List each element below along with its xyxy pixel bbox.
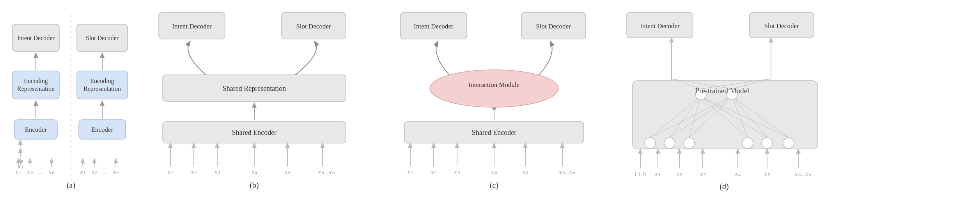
svg-text:x₃: x₃ xyxy=(699,170,706,178)
svg-text:...: ... xyxy=(37,168,42,176)
svg-text:Intent Decoder: Intent Decoder xyxy=(17,35,55,41)
svg-text:Encoding: Encoding xyxy=(24,78,48,85)
svg-marker-40 xyxy=(100,52,105,58)
svg-marker-12 xyxy=(18,139,23,145)
svg-marker-35 xyxy=(100,100,105,106)
svg-text:Intent Decoder: Intent Decoder xyxy=(172,23,212,30)
svg-text:Interaction Module: Interaction Module xyxy=(468,81,519,88)
svg-text:x₆...xₙ: x₆...xₙ xyxy=(558,168,575,176)
svg-text:x₅: x₅ xyxy=(764,170,770,178)
svg-rect-36 xyxy=(77,71,128,99)
svg-marker-57 xyxy=(252,102,257,108)
diagram-b: Shared Encoder Shared Representation xyxy=(131,7,377,194)
svg-text:(d): (d) xyxy=(719,182,728,191)
svg-text:Encoding: Encoding xyxy=(90,78,114,85)
svg-text:xₙ: xₙ xyxy=(48,168,54,176)
svg-text:x₆...xₙ: x₆...xₙ xyxy=(794,170,811,178)
svg-text:Shared Encoder: Shared Encoder xyxy=(232,129,276,136)
svg-text:CLS: CLS xyxy=(634,171,646,177)
svg-text:x₁: x₁ xyxy=(15,168,21,176)
main-container: Encoder Encoding Representation Intent D… xyxy=(3,3,978,198)
svg-text:xₙ: xₙ xyxy=(112,168,119,176)
svg-text:...: ... xyxy=(103,168,108,176)
svg-text:x₅: x₅ xyxy=(284,168,291,176)
svg-text:Slot Decoder: Slot Decoder xyxy=(764,22,799,30)
svg-text:x₅: x₅ xyxy=(522,168,528,176)
svg-text:Slot Decoder: Slot Decoder xyxy=(536,23,571,30)
svg-point-87 xyxy=(430,70,558,107)
svg-text:Intent Decoder: Intent Decoder xyxy=(414,23,454,30)
svg-text:Encoder: Encoder xyxy=(25,126,47,133)
svg-text:Shared Representation: Shared Representation xyxy=(222,85,285,92)
svg-text:x₂: x₂ xyxy=(91,168,97,176)
svg-text:x₂: x₂ xyxy=(676,170,682,178)
svg-text:Shared Encoder: Shared Encoder xyxy=(471,129,516,136)
svg-marker-8 xyxy=(34,52,38,58)
svg-text:(a): (a) xyxy=(66,181,75,190)
svg-text:x₁: x₁ xyxy=(167,168,173,176)
svg-text:Representation: Representation xyxy=(83,85,121,92)
svg-marker-17 xyxy=(18,148,23,153)
diagram-a: Encoder Encoding Representation Intent D… xyxy=(11,7,131,194)
svg-text:x₆...xₙ: x₆...xₙ xyxy=(318,168,335,176)
svg-text:x₃: x₃ xyxy=(454,168,460,176)
svg-text:x₂: x₂ xyxy=(430,168,437,176)
svg-marker-3 xyxy=(34,100,38,106)
svg-text:Pre-trained Model: Pre-trained Model xyxy=(695,87,749,95)
svg-marker-51 xyxy=(113,158,118,163)
svg-text:x₃: x₃ xyxy=(214,168,220,176)
svg-text:Intent Decoder: Intent Decoder xyxy=(640,22,680,30)
svg-marker-47 xyxy=(92,158,97,163)
svg-point-113 xyxy=(645,138,656,149)
diagram-c: Shared Encoder Interaction Module Intent… xyxy=(377,7,611,194)
svg-text:x₄: x₄ xyxy=(734,170,741,178)
svg-text:x₁: x₁ xyxy=(79,168,85,176)
svg-point-115 xyxy=(684,138,695,149)
svg-marker-29 xyxy=(49,158,54,163)
svg-text:Representation: Representation xyxy=(17,85,55,92)
svg-text:Slot Decoder: Slot Decoder xyxy=(86,35,119,41)
svg-text:x₁: x₁ xyxy=(654,170,661,178)
svg-text:Slot Decoder: Slot Decoder xyxy=(296,23,331,30)
svg-text:x₂: x₂ xyxy=(190,168,197,176)
svg-text:x₁: x₁ xyxy=(407,168,413,176)
svg-rect-4 xyxy=(12,71,59,99)
svg-marker-25 xyxy=(28,158,32,163)
svg-text:(b): (b) xyxy=(250,181,259,190)
svg-text:Encoder: Encoder xyxy=(91,126,113,133)
svg-point-117 xyxy=(762,138,773,149)
svg-point-116 xyxy=(742,138,753,149)
diagram-d: Pre-trained Model Intent Decoder Slot De… xyxy=(611,7,837,194)
svg-text:x₄: x₄ xyxy=(491,168,497,176)
svg-text:(c): (c) xyxy=(489,181,498,190)
svg-point-118 xyxy=(783,138,794,149)
svg-marker-44 xyxy=(80,158,85,163)
svg-text:x₄: x₄ xyxy=(251,168,257,176)
svg-point-114 xyxy=(664,138,675,149)
svg-text:x₂: x₂ xyxy=(27,168,33,176)
